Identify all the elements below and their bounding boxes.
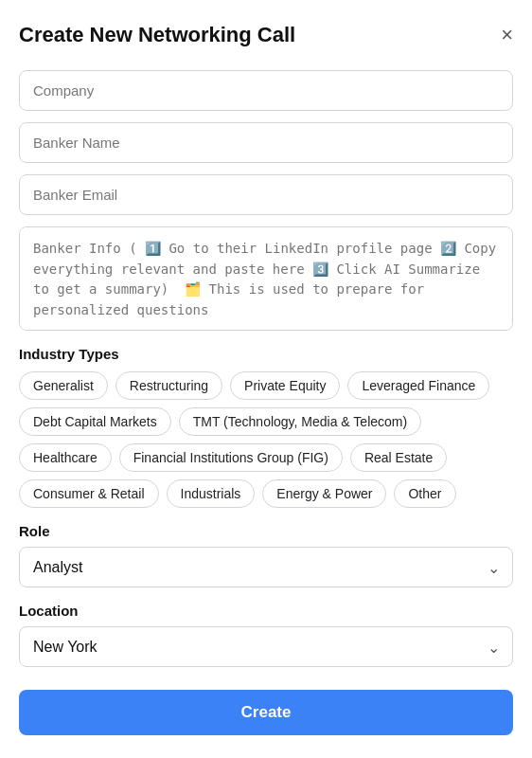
company-input[interactable] <box>19 70 513 111</box>
industry-tag[interactable]: Generalist <box>19 371 108 400</box>
industry-types-label: Industry Types <box>19 346 513 362</box>
banker-email-input[interactable] <box>19 174 513 215</box>
banker-info-field-group <box>19 226 513 334</box>
industry-tag[interactable]: Industrials <box>167 479 256 508</box>
close-button[interactable]: × <box>501 25 513 45</box>
location-label: Location <box>19 603 513 619</box>
industry-tag[interactable]: Energy & Power <box>262 479 386 508</box>
company-field-group <box>19 70 513 111</box>
banker-name-field-group <box>19 122 513 163</box>
industry-types-section: Industry Types GeneralistRestructuringPr… <box>19 346 513 508</box>
industry-tag[interactable]: Healthcare <box>19 443 112 472</box>
industry-tag[interactable]: Consumer & Retail <box>19 479 159 508</box>
banker-name-input[interactable] <box>19 122 513 163</box>
location-select-wrapper: New YorkLondonSan FranciscoChicagoHong K… <box>19 626 513 667</box>
industry-tag[interactable]: Debt Capital Markets <box>19 407 171 436</box>
role-select[interactable]: AnalystAssociateVPDirectorMD <box>19 547 513 587</box>
location-select-group: Location New YorkLondonSan FranciscoChic… <box>19 603 513 667</box>
create-button[interactable]: Create <box>19 690 513 735</box>
banker-info-textarea[interactable] <box>19 226 513 331</box>
industry-tag[interactable]: Financial Institutions Group (FIG) <box>119 443 343 472</box>
location-select[interactable]: New YorkLondonSan FranciscoChicagoHong K… <box>19 626 513 667</box>
role-select-wrapper: AnalystAssociateVPDirectorMD ⌄ <box>19 547 513 587</box>
industry-tag[interactable]: Real Estate <box>350 443 447 472</box>
modal-title: Create New Networking Call <box>19 23 295 47</box>
industry-tags-container: GeneralistRestructuringPrivate EquityLev… <box>19 371 513 508</box>
industry-tag[interactable]: Private Equity <box>230 371 340 400</box>
industry-tag[interactable]: Leveraged Finance <box>347 371 489 400</box>
banker-email-field-group <box>19 174 513 215</box>
role-label: Role <box>19 523 513 539</box>
modal-header: Create New Networking Call × <box>19 23 513 47</box>
industry-tag[interactable]: TMT (Technology, Media & Telecom) <box>179 407 421 436</box>
industry-tag[interactable]: Restructuring <box>115 371 222 400</box>
role-select-group: Role AnalystAssociateVPDirectorMD ⌄ <box>19 523 513 587</box>
industry-tag[interactable]: Other <box>394 479 455 508</box>
